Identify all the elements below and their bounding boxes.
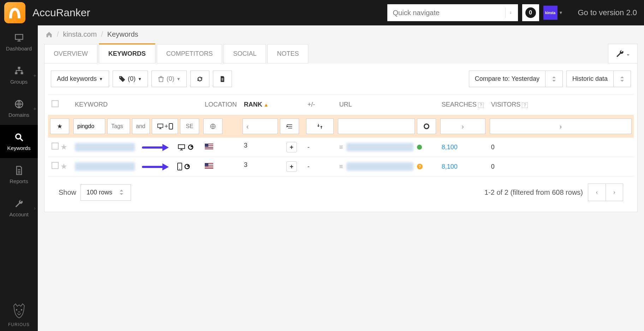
sidebar-item-dashboard[interactable]: Dashboard — [0, 25, 38, 59]
col-searches[interactable]: SEARCHES? — [438, 95, 488, 115]
settings-button[interactable]: ⌄ — [608, 44, 638, 64]
brand-logo[interactable] — [4, 2, 25, 23]
expand-button[interactable]: + — [286, 161, 297, 172]
device-desktop — [177, 144, 194, 151]
sidebar-item-account[interactable]: Account › — [0, 191, 38, 218]
searches-value[interactable]: 8,100 — [442, 144, 458, 151]
search-icon — [14, 132, 24, 142]
sidebar-item-label: Dashboard — [6, 46, 32, 52]
version-link[interactable]: Go to version 2.0 — [578, 8, 637, 17]
plus-icon[interactable]: + — [33, 106, 36, 112]
historic-data-button[interactable]: Historic data — [566, 71, 631, 87]
help-icon[interactable]: ? — [522, 102, 528, 108]
star-icon[interactable]: ★ — [60, 162, 67, 171]
add-keywords-button[interactable]: Add keywords ▼ — [51, 71, 109, 87]
quick-nav-sort-icon[interactable] — [505, 7, 512, 18]
quick-navigate-field[interactable] — [393, 9, 505, 17]
next-page-button[interactable]: › — [606, 183, 623, 201]
home-icon[interactable] — [46, 31, 53, 38]
workspace-switcher[interactable]: kinsta ▼ — [543, 6, 563, 20]
sort-icon[interactable] — [545, 71, 563, 87]
col-location[interactable]: LOCATION — [201, 95, 240, 115]
flag-us-icon — [205, 144, 213, 149]
breadcrumb-domain[interactable]: kinsta.com — [63, 30, 97, 38]
tab-social[interactable]: SOCIAL — [223, 44, 266, 64]
tag-button[interactable]: (0) ▼ — [113, 71, 148, 87]
searches-value[interactable]: 8,100 — [442, 163, 458, 170]
location-filter[interactable] — [203, 119, 222, 134]
refresh-icon — [196, 76, 203, 83]
status-dot-orange: ? — [417, 164, 423, 169]
filter-row: ★ + — [48, 115, 634, 138]
tags-filter[interactable] — [107, 119, 130, 134]
sidebar-item-groups[interactable]: Groups + — [0, 59, 38, 92]
prev-page-button[interactable]: ‹ — [588, 183, 606, 201]
searches-filter[interactable]: › — [440, 119, 485, 134]
mobile-icon — [169, 123, 173, 130]
visitors-value: 0 — [488, 157, 634, 176]
caret-down-icon: ▼ — [99, 77, 103, 82]
sort-icon[interactable] — [613, 71, 631, 87]
export-button[interactable] — [213, 71, 232, 87]
sidebar-item-reports[interactable]: Reports — [0, 158, 38, 191]
flag-us-icon — [205, 163, 213, 169]
star-filter[interactable]: ★ — [50, 119, 69, 134]
rows-per-page-select[interactable]: 100 rows — [80, 184, 131, 201]
compare-to-button[interactable]: Compare to: Yesterday — [469, 71, 563, 87]
rank-list-filter[interactable] — [280, 119, 299, 134]
monitor-icon — [14, 33, 24, 43]
rank-filter[interactable]: ‹ — [243, 119, 278, 134]
main-content: / kinsta.com / Keywords OVERVIEW KEYWORD… — [38, 25, 644, 212]
sidebar-item-domains[interactable]: Domains + — [0, 92, 38, 125]
svg-point-14 — [179, 169, 180, 169]
expand-button[interactable]: + — [286, 142, 297, 152]
and-filter[interactable] — [132, 119, 150, 134]
plus-icon[interactable]: + — [33, 72, 36, 78]
url-status-filter[interactable] — [417, 119, 436, 134]
tab-notes[interactable]: NOTES — [267, 44, 308, 64]
star-icon[interactable]: ★ — [60, 143, 67, 151]
tab-competitors[interactable]: COMPETITORS — [157, 44, 222, 64]
row-checkbox[interactable] — [52, 143, 59, 150]
notification-count: 0 — [525, 7, 536, 18]
sidebar-item-keywords[interactable]: Keywords — [0, 125, 38, 158]
notification-counter[interactable]: 0 — [522, 4, 539, 21]
annotation-arrow — [142, 144, 170, 151]
svg-rect-1 — [15, 72, 17, 74]
sidebar-item-label: Reports — [10, 178, 28, 184]
sidebar-item-label: Account — [9, 211, 28, 217]
select-all-checkbox[interactable] — [52, 100, 59, 107]
se-filter[interactable] — [180, 119, 199, 134]
google-icon — [184, 163, 191, 170]
col-rank[interactable]: RANK▲ — [240, 95, 304, 115]
col-keyword[interactable]: KEYWORD — [71, 95, 201, 115]
col-change[interactable]: +/- — [304, 95, 336, 115]
url-text-redacted — [346, 162, 413, 171]
url-text-redacted — [346, 143, 413, 151]
col-url[interactable]: URL — [336, 95, 438, 115]
table-footer: Show 100 rows 1-2 of 2 (filtered from 60… — [48, 176, 634, 205]
topbar: AccuRanker 0 kinsta ▼ Go to version 2.0 — [0, 0, 644, 25]
change-filter[interactable] — [306, 119, 334, 134]
help-icon[interactable]: ? — [478, 102, 484, 108]
chevron-down-icon: ⌄ — [626, 51, 630, 56]
svg-rect-8 — [157, 124, 163, 127]
row-checkbox[interactable] — [52, 162, 59, 169]
globe-icon — [209, 123, 216, 130]
device-filter[interactable]: + — [152, 119, 178, 134]
breadcrumb: / kinsta.com / Keywords — [38, 25, 644, 43]
tab-keywords[interactable]: KEYWORDS — [99, 43, 155, 64]
tab-overview[interactable]: OVERVIEW — [44, 44, 97, 64]
pagination-info: 1-2 of 2 (filtered from 608 rows) — [484, 188, 583, 197]
sort-asc-icon: ▲ — [264, 102, 269, 108]
trash-button[interactable]: (0) ▼ — [151, 71, 187, 87]
keyword-filter[interactable] — [73, 119, 105, 134]
url-filter[interactable] — [338, 119, 415, 134]
refresh-button[interactable] — [190, 71, 209, 87]
col-visitors[interactable]: VISITORS? — [488, 95, 634, 115]
visitors-filter[interactable]: › — [490, 119, 632, 134]
table-header-row: KEYWORD LOCATION RANK▲ +/- URL SEARCHES?… — [48, 95, 634, 115]
quick-navigate-input[interactable] — [387, 4, 518, 21]
content-panel: Add keywords ▼ (0) ▼ (0) ▼ — [44, 64, 638, 212]
file-icon — [219, 76, 226, 83]
